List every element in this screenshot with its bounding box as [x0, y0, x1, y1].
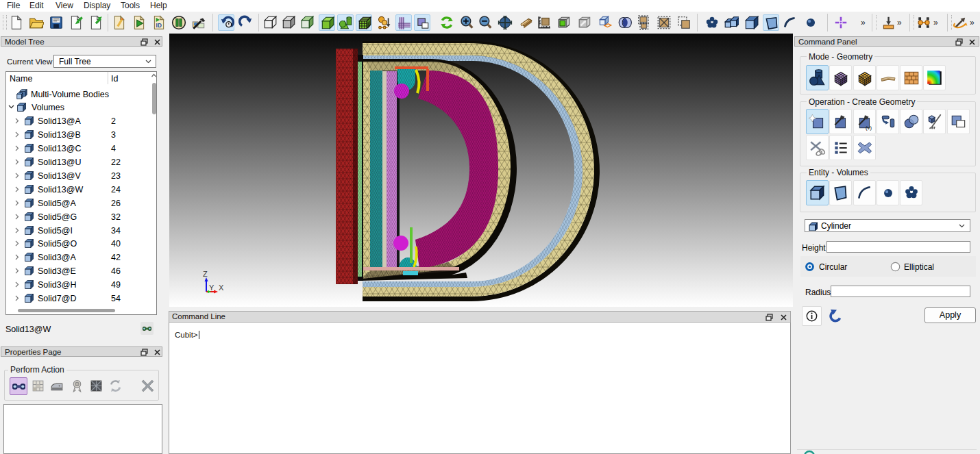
- svg-text:Y: Y: [209, 283, 215, 292]
- svg-text:Z: Z: [203, 270, 208, 278]
- svg-text:ID: ID: [156, 23, 162, 29]
- svg-text:(v): (v): [866, 125, 872, 131]
- svg-text:X: X: [219, 283, 224, 292]
